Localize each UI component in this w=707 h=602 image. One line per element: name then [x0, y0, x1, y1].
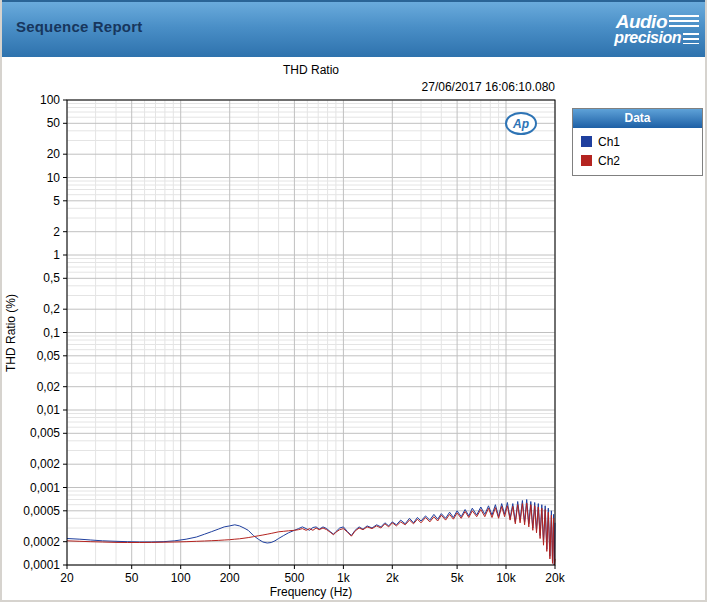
svg-text:20: 20	[47, 147, 61, 161]
svg-text:100: 100	[171, 571, 191, 585]
svg-text:10k: 10k	[496, 571, 516, 585]
svg-text:0,02: 0,02	[37, 380, 61, 394]
ch1-color-swatch	[581, 136, 592, 147]
svg-text:0,0005: 0,0005	[23, 504, 60, 518]
brand-stripes-icon	[669, 15, 699, 29]
report-header: Sequence Report Audio precision	[2, 0, 707, 57]
svg-text:20: 20	[60, 571, 74, 585]
svg-text:50: 50	[47, 116, 61, 130]
svg-text:2k: 2k	[386, 571, 400, 585]
svg-text:0,0001: 0,0001	[23, 558, 60, 572]
ap-logo-icon: Ap	[505, 112, 537, 135]
page-title: Sequence Report	[16, 18, 142, 35]
legend-body: Ch1 Ch2	[573, 128, 702, 175]
svg-text:0,2: 0,2	[43, 302, 60, 316]
y-axis-title-wrap: THD Ratio (%)	[2, 100, 20, 565]
svg-text:500: 500	[284, 571, 304, 585]
ch2-color-swatch	[581, 155, 592, 166]
x-axis-title: Frequency (Hz)	[67, 585, 555, 599]
svg-text:5k: 5k	[451, 571, 465, 585]
svg-text:50: 50	[125, 571, 139, 585]
svg-text:0,0002: 0,0002	[23, 535, 60, 549]
brand-stripes-small-icon	[683, 33, 699, 44]
svg-text:2: 2	[53, 225, 60, 239]
ch1-label: Ch1	[598, 135, 620, 149]
audio-precision-logo: Audio precision	[614, 12, 699, 46]
svg-text:0,002: 0,002	[30, 457, 60, 471]
legend-item-ch2: Ch2	[581, 151, 696, 170]
svg-text:20k: 20k	[545, 571, 565, 585]
svg-text:0,005: 0,005	[30, 426, 60, 440]
svg-text:0,1: 0,1	[43, 326, 60, 340]
svg-text:1: 1	[53, 248, 60, 262]
ch2-label: Ch2	[598, 154, 620, 168]
svg-text:0,5: 0,5	[43, 271, 60, 285]
y-axis-title: THD Ratio (%)	[4, 293, 18, 371]
svg-text:5: 5	[53, 194, 60, 208]
svg-text:200: 200	[220, 571, 240, 585]
legend-item-ch1: Ch1	[581, 132, 696, 151]
brand-precision-text: precision	[614, 30, 681, 46]
svg-text:0,01: 0,01	[37, 403, 61, 417]
legend-header: Data	[573, 109, 702, 128]
legend-panel: Data Ch1 Ch2	[572, 108, 703, 176]
svg-text:0,05: 0,05	[37, 349, 61, 363]
svg-text:0,001: 0,001	[30, 481, 60, 495]
svg-text:1k: 1k	[337, 571, 351, 585]
svg-text:10: 10	[47, 171, 61, 185]
svg-text:100: 100	[40, 93, 60, 107]
